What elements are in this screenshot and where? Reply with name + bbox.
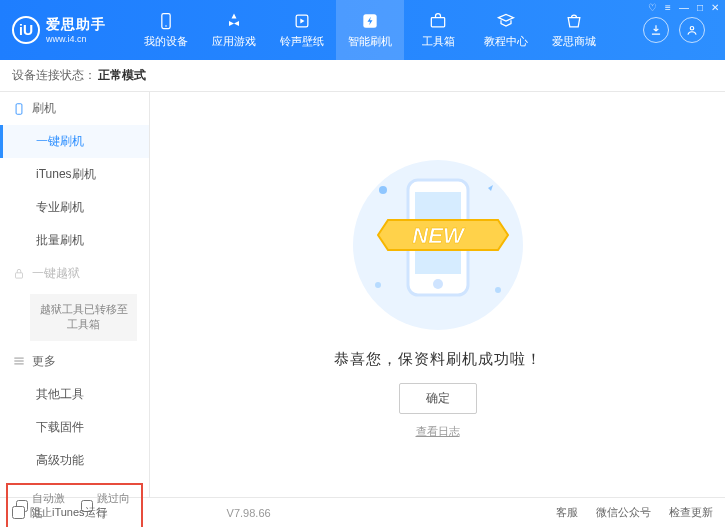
svg-point-16 <box>375 282 381 288</box>
svg-point-14 <box>379 186 387 194</box>
tutorial-icon <box>496 11 516 31</box>
svg-rect-4 <box>431 18 444 27</box>
lock-icon <box>12 267 26 281</box>
sidebar-item-onekey-flash[interactable]: 一键刷机 <box>0 125 149 158</box>
sidebar-group-label: 刷机 <box>32 100 56 117</box>
logo-icon: iU <box>12 16 40 44</box>
nav-label: 爱思商城 <box>552 34 596 49</box>
nav-label: 应用游戏 <box>212 34 256 49</box>
sidebar-item-other-tools[interactable]: 其他工具 <box>0 378 149 411</box>
ribbon-text: NEW <box>412 223 466 248</box>
success-illustration: NEW <box>338 150 538 340</box>
sidebar-item-pro-flash[interactable]: 专业刷机 <box>0 191 149 224</box>
success-message: 恭喜您，保资料刷机成功啦！ <box>334 350 542 369</box>
nav-label: 智能刷机 <box>348 34 392 49</box>
svg-point-1 <box>165 25 167 27</box>
nav-toolbox[interactable]: 工具箱 <box>404 0 472 60</box>
footer-wechat-link[interactable]: 微信公众号 <box>596 505 651 520</box>
view-log-link[interactable]: 查看日志 <box>416 424 460 439</box>
nav-label: 我的设备 <box>144 34 188 49</box>
win-close-icon[interactable]: ✕ <box>711 2 719 13</box>
download-button[interactable] <box>643 17 669 43</box>
nav-flash[interactable]: 智能刷机 <box>336 0 404 60</box>
sidebar-group-flash[interactable]: 刷机 <box>0 92 149 125</box>
toolbox-icon <box>428 11 448 31</box>
nav-label: 教程中心 <box>484 34 528 49</box>
checkbox-label: 阻止iTunes运行 <box>30 505 107 520</box>
logo[interactable]: iU 爱思助手 www.i4.cn <box>12 16 132 44</box>
sidebar-group-more[interactable]: 更多 <box>0 345 149 378</box>
nav-tutorials[interactable]: 教程中心 <box>472 0 540 60</box>
win-gift-icon[interactable]: ♡ <box>648 2 657 13</box>
nav-my-device[interactable]: 我的设备 <box>132 0 200 60</box>
version-text: V7.98.66 <box>227 507 271 519</box>
sidebar-group-jailbreak: 一键越狱 <box>0 257 149 290</box>
logo-subtitle: www.i4.cn <box>46 34 106 44</box>
svg-rect-6 <box>16 103 22 114</box>
nav-store[interactable]: 爱思商城 <box>540 0 608 60</box>
device-icon <box>156 11 176 31</box>
win-maximize-icon[interactable]: □ <box>697 2 703 13</box>
nav-label: 铃声壁纸 <box>280 34 324 49</box>
win-menu-icon[interactable]: ≡ <box>665 2 671 13</box>
svg-point-12 <box>433 279 443 289</box>
logo-title: 爱思助手 <box>46 16 106 34</box>
sidebar: 刷机 一键刷机 iTunes刷机 专业刷机 批量刷机 一键越狱 越狱工具已转移至… <box>0 92 150 497</box>
sidebar-group-label: 一键越狱 <box>32 265 80 282</box>
main-nav: 我的设备 应用游戏 铃声壁纸 智能刷机 工具箱 教程中心 爱思商城 <box>132 0 643 60</box>
nav-label: 工具箱 <box>422 34 455 49</box>
block-itunes-checkbox[interactable]: 阻止iTunes运行 <box>12 505 107 520</box>
apps-icon <box>224 11 244 31</box>
flash-icon <box>360 11 380 31</box>
footer-support-link[interactable]: 客服 <box>556 505 578 520</box>
svg-point-15 <box>495 287 501 293</box>
status-value: 正常模式 <box>98 67 146 84</box>
status-label: 设备连接状态： <box>12 67 96 84</box>
nav-ringtones[interactable]: 铃声壁纸 <box>268 0 336 60</box>
jailbreak-note: 越狱工具已转移至工具箱 <box>30 294 137 341</box>
header: iU 爱思助手 www.i4.cn 我的设备 应用游戏 铃声壁纸 智能刷机 工具… <box>0 0 725 60</box>
main-content: NEW 恭喜您，保资料刷机成功啦！ 确定 查看日志 <box>150 92 725 497</box>
status-bar: 设备连接状态： 正常模式 <box>0 60 725 92</box>
footer-update-link[interactable]: 检查更新 <box>669 505 713 520</box>
sidebar-item-download-firmware[interactable]: 下载固件 <box>0 411 149 444</box>
svg-point-5 <box>690 27 694 31</box>
sidebar-item-itunes-flash[interactable]: iTunes刷机 <box>0 158 149 191</box>
more-icon <box>12 354 26 368</box>
flash-group-icon <box>12 102 26 116</box>
sidebar-item-batch-flash[interactable]: 批量刷机 <box>0 224 149 257</box>
user-button[interactable] <box>679 17 705 43</box>
svg-rect-7 <box>16 272 23 277</box>
store-icon <box>564 11 584 31</box>
ringtone-icon <box>292 11 312 31</box>
win-minimize-icon[interactable]: — <box>679 2 689 13</box>
sidebar-group-label: 更多 <box>32 353 56 370</box>
nav-apps-games[interactable]: 应用游戏 <box>200 0 268 60</box>
sidebar-item-advanced[interactable]: 高级功能 <box>0 444 149 477</box>
ok-button[interactable]: 确定 <box>399 383 477 414</box>
